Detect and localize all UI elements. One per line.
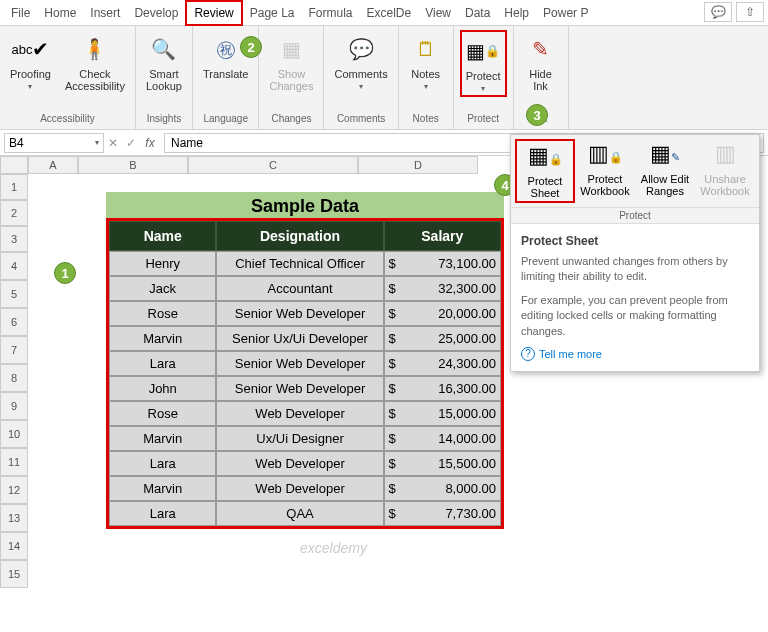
fx-icon[interactable]: fx (140, 136, 160, 150)
cell-salary[interactable]: $7,730.00 (384, 501, 501, 526)
cell-designation[interactable]: Web Developer (216, 401, 383, 426)
edit-ranges-icon: ▦✎ (650, 141, 680, 173)
cell-name[interactable]: Marvin (109, 326, 216, 351)
row-1[interactable]: 1 (0, 174, 28, 200)
cell-name[interactable]: Lara (109, 351, 216, 376)
table-row[interactable]: JohnSenior Web Developer$16,300.00 (109, 376, 501, 401)
smart-lookup-button[interactable]: 🔍 Smart Lookup (142, 30, 186, 94)
tab-powerpivot[interactable]: Power P (536, 2, 595, 24)
cell-designation[interactable]: QAA (216, 501, 383, 526)
cell-name[interactable]: Lara (109, 501, 216, 526)
cell-designation[interactable]: Ux/Ui Designer (216, 426, 383, 451)
notes-button[interactable]: 🗒 Notes▾ (405, 30, 447, 93)
protect-sheet-icon: ▦🔒 (528, 143, 563, 175)
row-4[interactable]: 4 (0, 252, 28, 280)
row-7[interactable]: 7 (0, 336, 28, 364)
row-9[interactable]: 9 (0, 392, 28, 420)
select-all-cell[interactable] (0, 156, 28, 174)
table-row[interactable]: MarvinWeb Developer$8,000.00 (109, 476, 501, 501)
tab-data[interactable]: Data (458, 2, 497, 24)
cell-designation[interactable]: Chief Technical Officer (216, 251, 383, 276)
table-row[interactable]: HenryChief Technical Officer$73,100.00 (109, 251, 501, 276)
tab-formulas[interactable]: Formula (301, 2, 359, 24)
table-row[interactable]: LaraWeb Developer$15,500.00 (109, 451, 501, 476)
tab-view[interactable]: View (418, 2, 458, 24)
header-salary[interactable]: Salary (384, 221, 501, 251)
row-13[interactable]: 13 (0, 504, 28, 532)
cell-designation[interactable]: Accountant (216, 276, 383, 301)
row-2[interactable]: 2 (0, 200, 28, 226)
cell-name[interactable]: Marvin (109, 476, 216, 501)
tab-insert[interactable]: Insert (83, 2, 127, 24)
table-row[interactable]: LaraSenior Web Developer$24,300.00 (109, 351, 501, 376)
enter-formula[interactable]: ✓ (122, 136, 140, 150)
cell-salary[interactable]: $15,000.00 (384, 401, 501, 426)
table-row[interactable]: MarvinSenior Ux/Ui Developer$25,000.00 (109, 326, 501, 351)
col-C[interactable]: C (188, 156, 358, 174)
row-8[interactable]: 8 (0, 364, 28, 392)
tab-pagelayout[interactable]: Page La (243, 2, 302, 24)
tab-developer[interactable]: Develop (127, 2, 185, 24)
cancel-formula[interactable]: ✕ (104, 136, 122, 150)
protect-button[interactable]: ▦🔒 Protect▾ (460, 30, 507, 97)
protect-sheet-button[interactable]: ▦🔒 Protect Sheet (515, 139, 575, 203)
tab-home[interactable]: Home (37, 2, 83, 24)
tab-review[interactable]: Review (185, 0, 242, 26)
allow-edit-ranges-button[interactable]: ▦✎ Allow Edit Ranges (635, 139, 695, 203)
cell-designation[interactable]: Senior Ux/Ui Developer (216, 326, 383, 351)
cell-salary[interactable]: $32,300.00 (384, 276, 501, 301)
cell-designation[interactable]: Senior Web Developer (216, 351, 383, 376)
cell-designation[interactable]: Web Developer (216, 476, 383, 501)
check-accessibility-button[interactable]: 🧍 Check Accessibility (61, 30, 129, 94)
tab-file[interactable]: File (4, 2, 37, 24)
comments-button[interactable]: 💬 Comments▾ (330, 30, 391, 93)
table-row[interactable]: RoseWeb Developer$15,000.00 (109, 401, 501, 426)
row-3[interactable]: 3 (0, 226, 28, 252)
comments-toggle[interactable]: 💬 (704, 2, 732, 22)
row-10[interactable]: 10 (0, 420, 28, 448)
tab-help[interactable]: Help (497, 2, 536, 24)
cell-name[interactable]: John (109, 376, 216, 401)
table-row[interactable]: MarvinUx/Ui Designer$14,000.00 (109, 426, 501, 451)
cell-name[interactable]: Rose (109, 301, 216, 326)
header-designation[interactable]: Designation (216, 221, 383, 251)
table-row[interactable]: LaraQAA$7,730.00 (109, 501, 501, 526)
table-row[interactable]: JackAccountant$32,300.00 (109, 276, 501, 301)
hide-ink-button[interactable]: ✎ Hide Ink (520, 30, 562, 94)
cell-salary[interactable]: $8,000.00 (384, 476, 501, 501)
row-5[interactable]: 5 (0, 280, 28, 308)
cell-salary[interactable]: $15,500.00 (384, 451, 501, 476)
col-A[interactable]: A (28, 156, 78, 174)
cell-salary[interactable]: $16,300.00 (384, 376, 501, 401)
proofing-button[interactable]: abc✔ Proofing▾ (6, 30, 55, 93)
tooltip-body-1: Prevent unwanted changes from others by … (521, 254, 749, 285)
cell-salary[interactable]: $14,000.00 (384, 426, 501, 451)
table-row[interactable]: RoseSenior Web Developer$20,000.00 (109, 301, 501, 326)
cell-name[interactable]: Jack (109, 276, 216, 301)
cell-name[interactable]: Henry (109, 251, 216, 276)
share-button[interactable]: ⇧ (736, 2, 764, 22)
cell-salary[interactable]: $20,000.00 (384, 301, 501, 326)
tab-exceldemy[interactable]: ExcelDe (360, 2, 419, 24)
row-15[interactable]: 15 (0, 560, 28, 588)
cell-salary[interactable]: $73,100.00 (384, 251, 501, 276)
name-box[interactable]: B4▾ (4, 133, 104, 153)
tooltip: Protect Sheet Prevent unwanted changes f… (511, 224, 759, 371)
protect-workbook-button[interactable]: ▥🔒 Protect Workbook (575, 139, 635, 203)
tell-me-more-link[interactable]: ?Tell me more (521, 347, 749, 361)
header-name[interactable]: Name (109, 221, 216, 251)
cell-designation[interactable]: Senior Web Developer (216, 376, 383, 401)
cell-salary[interactable]: $24,300.00 (384, 351, 501, 376)
cell-name[interactable]: Marvin (109, 426, 216, 451)
cell-designation[interactable]: Web Developer (216, 451, 383, 476)
cell-name[interactable]: Lara (109, 451, 216, 476)
col-B[interactable]: B (78, 156, 188, 174)
col-D[interactable]: D (358, 156, 478, 174)
cell-designation[interactable]: Senior Web Developer (216, 301, 383, 326)
row-11[interactable]: 11 (0, 448, 28, 476)
row-6[interactable]: 6 (0, 308, 28, 336)
row-14[interactable]: 14 (0, 532, 28, 560)
cell-salary[interactable]: $25,000.00 (384, 326, 501, 351)
cell-name[interactable]: Rose (109, 401, 216, 426)
row-12[interactable]: 12 (0, 476, 28, 504)
